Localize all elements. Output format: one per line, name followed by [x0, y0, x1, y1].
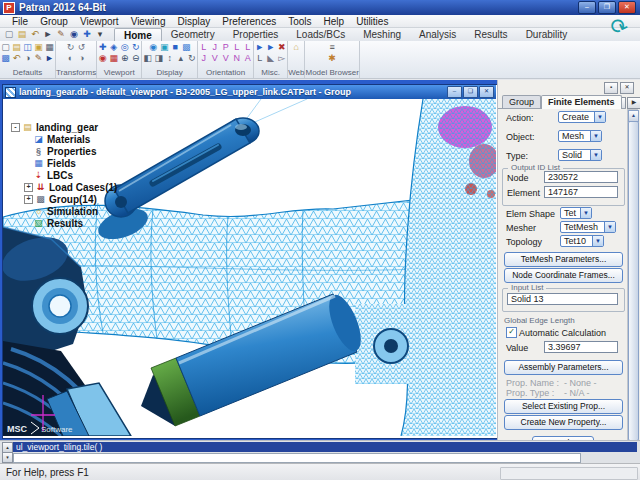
tree-expander-icon[interactable]: + [24, 183, 33, 192]
viewport-maximize-button[interactable]: ❏ [463, 86, 478, 98]
orient-j2-icon[interactable]: J [198, 53, 209, 64]
ribbon-tab-results[interactable]: Results [465, 28, 516, 41]
label-right-icon[interactable]: ◨ [153, 53, 164, 64]
history-down-button[interactable]: ▾ [2, 452, 13, 463]
orient-n-icon[interactable]: N [231, 53, 242, 64]
open-db-icon[interactable]: ▤ [11, 42, 22, 53]
orient-v2-icon[interactable]: V [220, 53, 231, 64]
ribbon-tab-geometry[interactable]: Geometry [162, 28, 224, 41]
misc-angle-icon[interactable]: ◣ [265, 53, 276, 64]
undo-icon[interactable]: ↶ [29, 29, 41, 40]
misc-arrow2-icon[interactable]: ► [265, 42, 276, 53]
refresh-display-icon[interactable]: ↻ [186, 53, 197, 64]
panel-pin-button[interactable]: ▪ [604, 82, 618, 94]
raise-display-icon[interactable]: ▴ [175, 53, 186, 64]
center-view-icon[interactable]: ◈ [108, 42, 119, 53]
elem-shape-dropdown[interactable]: Tet▼ [560, 207, 592, 219]
shaded-icon[interactable]: ◉ [148, 42, 159, 53]
tree-item-materials[interactable]: ◪Materials [11, 133, 161, 145]
copy-icon[interactable]: ▩ [0, 53, 11, 64]
scale-icon[interactable]: ◑ [76, 53, 87, 64]
tab-group[interactable]: Group [502, 95, 541, 109]
web-home-icon[interactable]: ⌂ [291, 42, 302, 53]
command-input[interactable] [13, 453, 581, 463]
ribbon-tab-loads-bcs[interactable]: Loads/BCs [287, 28, 354, 41]
session-icon[interactable]: ◑ [22, 53, 33, 64]
viewport-close-button[interactable]: ✕ [479, 86, 494, 98]
zoom-out-icon[interactable]: ⊖ [130, 53, 141, 64]
orient-v1-icon[interactable]: V [209, 53, 220, 64]
menu-tools[interactable]: Tools [282, 16, 317, 27]
save-db-icon[interactable]: ◫ [22, 42, 33, 53]
viewport-title-bar[interactable]: landing_gear.db - default_viewport - BJ-… [3, 85, 496, 99]
object-dropdown[interactable]: Mesh▼ [558, 130, 602, 142]
ribbon-tab-analysis[interactable]: Analysis [410, 28, 465, 41]
mesher-dropdown[interactable]: TetMesh▼ [560, 221, 616, 233]
node-coordinate-frames-button[interactable]: Node Coordinate Frames... [504, 268, 623, 283]
tab-finite-elements[interactable]: Finite Elements [541, 95, 622, 109]
solid-display-icon[interactable]: ■ [170, 42, 181, 53]
menu-utilities[interactable]: Utilities [350, 16, 394, 27]
tree-item-fields[interactable]: ▦Fields [11, 157, 161, 169]
rotate-cw-icon[interactable]: ↻ [65, 42, 76, 53]
ribbon-tab-durability[interactable]: Durability [517, 28, 577, 41]
panel-next-button[interactable]: ▶ [627, 97, 640, 109]
tree-item-results[interactable]: ▧Results [11, 217, 161, 229]
action-dropdown[interactable]: Create▼ [558, 111, 606, 123]
iso-view-icon[interactable]: ◎ [119, 42, 130, 53]
rotate-tool-icon[interactable]: ◉ [68, 29, 80, 40]
misc-list-icon[interactable]: L [254, 53, 265, 64]
type-dropdown[interactable]: Solid▼ [558, 149, 602, 161]
panel-scrollbar[interactable]: ▲ ▼ [627, 109, 638, 461]
spin-view-icon[interactable]: ↻ [130, 42, 141, 53]
menu-viewport[interactable]: Viewport [74, 16, 125, 27]
pointer-icon[interactable]: ► [44, 53, 55, 64]
brush-tool-icon[interactable]: ✎ [55, 29, 67, 40]
topology-dropdown[interactable]: Tet10▼ [560, 235, 604, 247]
orient-l2-icon[interactable]: L [231, 42, 242, 53]
scrollbar-thumb[interactable] [628, 121, 639, 441]
select-tool-icon[interactable]: ► [42, 29, 54, 40]
print-icon[interactable]: ▦ [44, 42, 55, 53]
orient-l3-icon[interactable]: L [242, 42, 253, 53]
tetmesh-parameters-button[interactable]: TetMesh Parameters... [504, 252, 623, 267]
tree-item-load-cases-1[interactable]: +⇊Load Cases(1) [11, 181, 161, 193]
menu-file[interactable]: File [6, 16, 34, 27]
orient-p-icon[interactable]: P [220, 42, 231, 53]
menu-help[interactable]: Help [318, 16, 351, 27]
viewport-minimize-button[interactable]: – [447, 86, 462, 98]
orient-j1-icon[interactable]: J [209, 42, 220, 53]
create-new-property-button[interactable]: Create New Property... [504, 415, 623, 430]
tree-expander-icon[interactable]: + [24, 195, 33, 204]
input-list-field[interactable]: Solid 13 [507, 293, 618, 305]
rotate-ccw-icon[interactable]: ↺ [76, 42, 87, 53]
tree-item-properties[interactable]: §Properties [11, 145, 161, 157]
tree-item-simulation[interactable]: ☼Simulation [11, 205, 161, 217]
ribbon-tab-meshing[interactable]: Meshing [354, 28, 410, 41]
view-target-icon[interactable]: ◉ [97, 53, 108, 64]
mirror-icon[interactable]: ◐ [65, 53, 76, 64]
label-left-icon[interactable]: ◧ [142, 53, 153, 64]
tree-item-group-14[interactable]: +▩Group(14) [11, 193, 161, 205]
brush-icon[interactable]: ✎ [33, 53, 44, 64]
close-button[interactable]: ✕ [618, 1, 636, 14]
open-database-icon[interactable]: ▤ [16, 29, 28, 40]
misc-fly-icon[interactable]: ▻ [276, 53, 287, 64]
menu-display[interactable]: Display [172, 16, 217, 27]
entity-display-icon[interactable]: ▩ [181, 42, 192, 53]
save-as-icon[interactable]: ▣ [33, 42, 44, 53]
new-file-icon[interactable]: ▢ [3, 29, 15, 40]
fit-view-icon[interactable]: ✚ [97, 42, 108, 53]
undo-icon[interactable]: ↶ [11, 53, 22, 64]
tree-expander-icon[interactable]: - [11, 123, 20, 132]
swap-display-icon[interactable]: ↕ [164, 53, 175, 64]
misc-erase-icon[interactable]: ✖ [276, 42, 287, 53]
menu-preferences[interactable]: Preferences [216, 16, 282, 27]
select-existing-prop-button[interactable]: Select Existing Prop... [504, 399, 623, 414]
panel-close-button[interactable]: ✕ [620, 82, 634, 94]
tree-item-landing-gear[interactable]: -▤landing_gear [11, 121, 161, 133]
wireframe-icon[interactable]: ▣ [159, 42, 170, 53]
ribbon-tab-home[interactable]: Home [114, 28, 162, 42]
view-grid-icon[interactable]: ▦ [108, 53, 119, 64]
menu-group[interactable]: Group [34, 16, 74, 27]
